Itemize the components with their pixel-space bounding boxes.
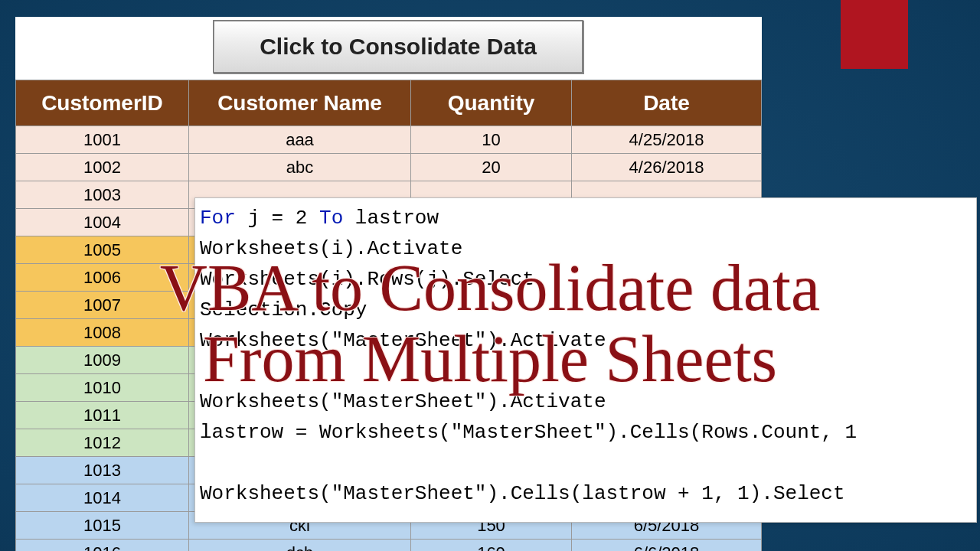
table-row[interactable]: 1002abc204/26/2018: [16, 154, 762, 181]
accent-bar: [841, 0, 908, 69]
header-customer-id: CustomerID: [16, 80, 189, 126]
consolidate-button[interactable]: Click to Consolidate Data: [213, 20, 583, 73]
cell-name[interactable]: aaa: [189, 126, 411, 154]
cell-qty[interactable]: 10: [411, 126, 572, 154]
cell-id[interactable]: 1015: [16, 512, 189, 540]
cell-id[interactable]: 1012: [16, 429, 189, 457]
header-date: Date: [572, 80, 762, 126]
cell-id[interactable]: 1001: [16, 126, 189, 154]
cell-id[interactable]: 1010: [16, 374, 189, 402]
cell-id[interactable]: 1016: [16, 540, 189, 552]
cell-id[interactable]: 1009: [16, 347, 189, 374]
cell-id[interactable]: 1008: [16, 319, 189, 347]
cell-id[interactable]: 1003: [16, 181, 189, 209]
cell-id[interactable]: 1004: [16, 209, 189, 236]
code-text: Worksheets("MasterSheet").Activate: [200, 329, 606, 352]
code-text: Worksheets("MasterSheet").Activate: [200, 390, 606, 413]
table-row[interactable]: 1001aaa104/25/2018: [16, 126, 762, 154]
vba-code-panel: For j = 2 To lastrow Worksheets(i).Activ…: [194, 197, 977, 523]
cell-id[interactable]: 1005: [16, 236, 189, 264]
code-keyword: For: [200, 207, 236, 230]
header-customer-name: Customer Name: [189, 80, 411, 126]
code-text: Worksheets("MasterSheet").Cells(lastrow …: [200, 482, 845, 505]
cell-id[interactable]: 1006: [16, 264, 189, 292]
code-text: j = 2: [236, 207, 319, 230]
table-row[interactable]: 1016dcb1606/6/2018: [16, 540, 762, 552]
code-text: lastrow: [343, 207, 439, 230]
cell-name[interactable]: dcb: [189, 540, 411, 552]
cell-date[interactable]: 4/25/2018: [572, 126, 762, 154]
cell-name[interactable]: abc: [189, 154, 411, 181]
code-text: lastrow = Worksheets("MasterSheet").Cell…: [200, 421, 857, 444]
cell-qty[interactable]: 160: [411, 540, 572, 552]
cell-id[interactable]: 1011: [16, 402, 189, 429]
cell-date[interactable]: 4/26/2018: [572, 154, 762, 181]
cell-id[interactable]: 1013: [16, 457, 189, 484]
header-quantity: Quantity: [411, 80, 572, 126]
code-text: Selection.Copy: [200, 298, 367, 321]
consolidate-button-label: Click to Consolidate Data: [260, 34, 537, 60]
code-text: Worksheets(i).Activate: [200, 237, 462, 260]
table-header-row: CustomerID Customer Name Quantity Date: [16, 80, 762, 126]
cell-id[interactable]: 1002: [16, 154, 189, 181]
cell-id[interactable]: 1007: [16, 292, 189, 319]
cell-qty[interactable]: 20: [411, 154, 572, 181]
cell-date[interactable]: 6/6/2018: [572, 540, 762, 552]
code-keyword: To: [319, 207, 343, 230]
code-text: Worksheets(i).Rows(j).Select: [200, 268, 534, 291]
cell-id[interactable]: 1014: [16, 484, 189, 512]
